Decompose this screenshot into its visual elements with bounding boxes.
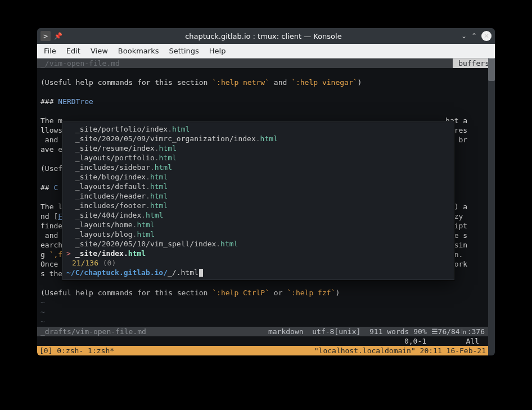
- scrollbar[interactable]: [488, 58, 495, 355]
- terminal-icon: >: [40, 31, 51, 41]
- scrollbar-thumb[interactable]: [488, 58, 495, 81]
- fzf-result-row[interactable]: _site/2020/05/10/vim_spell/index.html: [66, 239, 450, 249]
- fzf-result-row[interactable]: _site/404/index.html: [66, 210, 450, 220]
- gutter-bar: [66, 172, 71, 182]
- fzf-result-row[interactable]: _includes/footer.html: [66, 201, 450, 210]
- file-ext: html: [172, 125, 190, 133]
- vim-ruler: 0,0-1 All: [37, 336, 488, 346]
- fzf-popup[interactable]: _site/portfolio/index.html _site/2020/05…: [62, 121, 454, 280]
- menu-help[interactable]: Help: [209, 47, 226, 55]
- gutter-bar: [66, 201, 71, 210]
- gutter-bar: [66, 182, 71, 191]
- file-path: _site/resume/index: [75, 144, 155, 152]
- tmux-statusline[interactable]: [0] 0:zsh- 1:zsh* "localhost.localdomain…: [37, 346, 488, 355]
- file-ext: html: [260, 134, 278, 143]
- file-ext: html: [137, 230, 154, 238]
- gutter-bar: [66, 124, 71, 134]
- file-ext: html: [150, 201, 168, 210]
- file-path: _site/404/index: [75, 211, 141, 219]
- vim-statusline: _drafts/vim-open-file.md markdown utf-8[…: [37, 327, 488, 336]
- tmux-right: "localhost.localdomain" 20:11 16-Feb-21: [314, 346, 486, 355]
- terminal-area[interactable]: _/vim-open-file.md buffers (Useful help …: [37, 58, 495, 355]
- gutter-bar: [66, 191, 71, 201]
- fzf-result-row[interactable]: _includes/sidebar.html: [66, 163, 450, 172]
- gutter-bar: [66, 229, 71, 239]
- file-ext: html: [150, 182, 168, 191]
- menu-view[interactable]: View: [91, 47, 108, 55]
- fzf-result-row[interactable]: _layouts/blog.html: [66, 229, 450, 239]
- file-path: _site/blog/index: [75, 173, 146, 181]
- file-path: _layouts/home: [75, 220, 133, 229]
- file-path: _layouts/default: [75, 182, 146, 191]
- pin-icon[interactable]: 📌: [54, 32, 62, 40]
- gutter-bar: [66, 210, 71, 220]
- cursor-icon: [199, 269, 203, 277]
- file-path: _layouts/portfolio: [75, 154, 155, 162]
- menu-edit[interactable]: Edit: [66, 47, 80, 55]
- file-path: _site/index: [75, 249, 124, 258]
- fzf-prompt[interactable]: ~/C/chaptuck.gitlab.io/_/.html: [66, 268, 450, 277]
- fzf-cwd: ~/C/chaptuck.gitlab.io/: [66, 268, 168, 277]
- file-ext: html: [159, 154, 177, 162]
- tabline-file: _/vim-open-file.md: [40, 58, 120, 68]
- file-path: _includes/sidebar: [75, 163, 150, 172]
- gutter-bar: [66, 134, 71, 143]
- file-ext: html: [137, 220, 154, 229]
- gutter-bar: [66, 239, 71, 249]
- menu-settings[interactable]: Settings: [169, 47, 199, 55]
- gutter-bar: [66, 220, 71, 229]
- statusline-info: markdown utf-8[unix] 911 words 90% ☰76/8…: [268, 327, 485, 336]
- statusline-file: _drafts/vim-open-file.md: [40, 327, 268, 336]
- gutter-bar: [66, 153, 71, 163]
- titlebar[interactable]: > 📌 chaptuck.gitlab.io : tmux: client — …: [37, 28, 495, 44]
- pointer-icon: >: [66, 249, 71, 258]
- file-ext: html: [150, 173, 168, 181]
- file-ext: html: [220, 240, 238, 248]
- tmux-left[interactable]: [0] 0:zsh- 1:zsh*: [39, 346, 114, 355]
- file-path: _includes/header: [75, 192, 146, 200]
- file-path: _site/2020/05/10/vim_spell/index: [75, 240, 216, 248]
- gutter-bar: [66, 163, 71, 172]
- file-path: _site/2020/05/09/vimrc_organization/inde…: [75, 134, 256, 143]
- file-path: _layouts/blog: [75, 230, 133, 238]
- window-buttons: ⌄ ⌃ ✕: [461, 31, 492, 41]
- file-path: _site/portfolio/index: [75, 125, 168, 133]
- maximize-icon[interactable]: ⌃: [471, 32, 477, 40]
- fzf-result-row[interactable]: _site/resume/index.html: [66, 143, 450, 153]
- fzf-result-row[interactable]: _layouts/home.html: [66, 220, 450, 229]
- fzf-result-row[interactable]: _layouts/portfolio.html: [66, 153, 450, 163]
- fzf-result-row[interactable]: _site/2020/05/09/vimrc_organization/inde…: [66, 134, 450, 143]
- file-ext: html: [146, 211, 163, 219]
- fzf-counter: 21/136 (0): [66, 258, 450, 268]
- file-ext: html: [155, 163, 172, 172]
- fzf-result-row[interactable]: >_site/index.html: [66, 249, 450, 258]
- fzf-query[interactable]: _/.html: [168, 268, 199, 277]
- close-icon[interactable]: ✕: [481, 31, 492, 41]
- file-path: _includes/footer: [75, 201, 146, 210]
- menu-file[interactable]: File: [44, 47, 56, 55]
- minimize-icon[interactable]: ⌄: [461, 32, 467, 40]
- fzf-result-row[interactable]: _site/blog/index.html: [66, 172, 450, 182]
- file-ext: html: [128, 249, 146, 258]
- gutter-bar: [66, 143, 71, 153]
- menu-bookmarks[interactable]: Bookmarks: [118, 47, 159, 55]
- window-title: chaptuck.gitlab.io : tmux: client — Kons…: [66, 32, 461, 40]
- file-ext: html: [150, 192, 168, 200]
- file-ext: html: [159, 144, 177, 152]
- konsole-window: > 📌 chaptuck.gitlab.io : tmux: client — …: [37, 28, 495, 355]
- fzf-result-row[interactable]: _site/portfolio/index.html: [66, 124, 450, 134]
- fzf-result-row[interactable]: _layouts/default.html: [66, 182, 450, 191]
- vim-tabline: _/vim-open-file.md buffers: [37, 58, 495, 68]
- fzf-result-row[interactable]: _includes/header.html: [66, 191, 450, 201]
- menubar: File Edit View Bookmarks Settings Help: [37, 44, 495, 58]
